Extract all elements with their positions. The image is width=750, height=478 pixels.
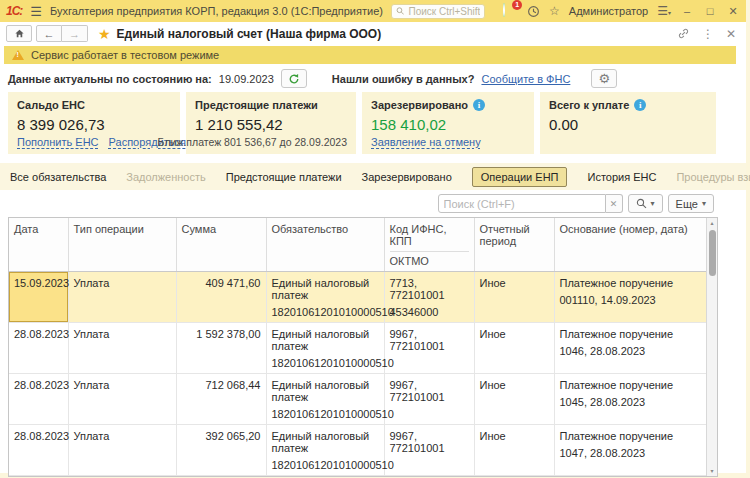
history-icon[interactable] (527, 5, 540, 18)
titlebar-icons: 1 ☆ Администратор ☰▾ – □ ✕ (503, 4, 740, 19)
operations-table: Дата Тип операции Сумма Обязательство Ко… (9, 218, 708, 476)
maximize-button[interactable]: □ (703, 5, 717, 17)
minimize-button[interactable]: – (680, 5, 694, 17)
clear-search-button[interactable]: ✕ (606, 194, 623, 213)
cell-obligation[interactable]: Единый налоговый платеж18201061201010000… (266, 374, 384, 425)
close-form-icon[interactable]: ✕ (726, 27, 736, 41)
card-title: Зарезервировано (371, 99, 468, 111)
cell-sum[interactable]: 392 065,20 (176, 425, 266, 476)
cell-period[interactable]: Иное (474, 323, 554, 374)
cell-date[interactable]: 15.09.2023 (9, 272, 68, 323)
1c-logo: 1С: (6, 4, 22, 18)
gear-icon: ⚙ (599, 71, 611, 86)
card-title: Сальдо ЕНС (17, 99, 85, 111)
cell-code[interactable]: 9967, 772101001 (384, 425, 474, 476)
info-icon[interactable]: i (473, 99, 485, 111)
global-search-box[interactable] (391, 4, 485, 19)
col-sum[interactable]: Сумма (176, 218, 266, 272)
operations-grid: Дата Тип операции Сумма Обязательство Ко… (8, 217, 718, 477)
cell-basis[interactable]: Платежное поручение1047, 28.08.2023 (554, 425, 707, 476)
tab-enp-operations[interactable]: Операции ЕНП (472, 167, 568, 187)
global-search-input[interactable] (408, 6, 480, 17)
report-fns-link[interactable]: Сообщите в ФНС (481, 73, 570, 85)
table-row[interactable]: 28.08.2023 Уплата 392 065,20 Единый нало… (9, 425, 707, 476)
tab-debt: Задолженность (126, 171, 206, 183)
cell-date[interactable]: 28.08.2023 (9, 425, 68, 476)
chevron-down-icon: ▾ (651, 199, 655, 208)
main-menu-icon[interactable]: ☰ (30, 4, 42, 19)
search-icon (636, 198, 647, 209)
cell-type[interactable]: Уплата (68, 374, 176, 425)
cell-basis[interactable]: Платежное поручение001110, 14.09.2023 (554, 272, 707, 323)
col-operation-type[interactable]: Тип операции (68, 218, 176, 272)
col-obligation[interactable]: Обязательство (266, 218, 384, 272)
cell-basis[interactable]: Платежное поручение1045, 28.08.2023 (554, 374, 707, 425)
back-button[interactable]: ← (36, 25, 62, 42)
more-menu-icon[interactable]: ⋮ (702, 27, 714, 41)
table-row[interactable]: 28.08.2023 Уплата 1 592 378,00 Единый на… (9, 323, 707, 374)
cell-code[interactable]: 7713, 77210100145346000 (384, 272, 474, 323)
col-basis[interactable]: Основание (номер, дата) (554, 218, 707, 272)
tab-all-obligations[interactable]: Все обязательства (10, 171, 106, 183)
cell-obligation[interactable]: Единый налоговый платеж18201061201010000… (266, 323, 384, 374)
actuality-row: Данные актуальны по состоянию на: 19.09.… (0, 65, 746, 92)
close-window-button[interactable]: ✕ (726, 5, 740, 18)
tab-ens-history[interactable]: История ЕНС (587, 171, 656, 183)
list-toolbar: ✕ ▾ Еще ▾ (0, 190, 746, 217)
history-nav-group: ← → (36, 25, 88, 42)
favorite-star-icon[interactable]: ★ (98, 26, 111, 42)
vscroll-thumb[interactable] (709, 230, 716, 276)
list-search-input[interactable] (444, 198, 600, 210)
top-up-ens-link[interactable]: Пополнить ЕНС (17, 136, 99, 148)
current-user[interactable]: Администратор (569, 5, 648, 17)
cell-sum[interactable]: 409 471,60 (176, 272, 266, 323)
cell-period[interactable]: Иное (474, 425, 554, 476)
home-icon (14, 28, 25, 39)
cancel-application-link[interactable]: Заявление на отмену (371, 136, 481, 148)
forward-button[interactable]: → (62, 25, 88, 42)
cell-code[interactable]: 9967, 772101001 (384, 374, 474, 425)
col-ifns-code[interactable]: Код ИФНС, КПП ОКТМО (384, 218, 474, 272)
warning-icon (12, 50, 24, 60)
cell-date[interactable]: 28.08.2023 (9, 323, 68, 374)
more-button[interactable]: Еще ▾ (668, 194, 714, 213)
settings-button[interactable]: ⚙ (591, 69, 617, 88)
cell-type[interactable]: Уплата (68, 425, 176, 476)
notifications-icon[interactable]: 1 (503, 4, 518, 19)
scroll-up-icon[interactable]: ▴ (710, 218, 713, 228)
cell-type[interactable]: Уплата (68, 272, 176, 323)
cell-code[interactable]: 9967, 772101001 (384, 323, 474, 374)
get-link-icon[interactable] (677, 27, 690, 40)
tab-reserved[interactable]: Зарезервировано (362, 171, 452, 183)
cell-sum[interactable]: 712 068,44 (176, 374, 266, 425)
scroll-down-icon[interactable]: ▾ (710, 466, 713, 476)
cell-obligation[interactable]: Единый налоговый платеж18201061201010000… (266, 272, 384, 323)
search-settings-button[interactable]: ▾ (628, 194, 663, 213)
favorites-icon[interactable]: ☆ (549, 5, 560, 17)
table-row[interactable]: 28.08.2023 Уплата 712 068,44 Единый нало… (9, 374, 707, 425)
service-menu-icon[interactable]: ☰▾ (657, 5, 671, 17)
actuality-date: 19.09.2023 (219, 73, 274, 85)
app-window: 1С: ☰ Бухгалтерия предприятия КОРП, реда… (0, 0, 750, 478)
cell-date[interactable]: 28.08.2023 (9, 374, 68, 425)
app-titlebar: 1С: ☰ Бухгалтерия предприятия КОРП, реда… (0, 0, 746, 22)
card-saldo-ens: Сальдо ЕНС 8 399 026,73 Пополнить ЕНС Ра… (8, 92, 180, 154)
list-search-box[interactable] (438, 194, 606, 213)
vertical-scrollbar[interactable]: ▴ ▾ (706, 218, 717, 476)
chevron-down-icon: ▾ (702, 199, 706, 208)
home-button[interactable] (6, 25, 32, 42)
col-date[interactable]: Дата (9, 218, 68, 272)
nearest-payment-note: Ближ.платеж 801 536,67 до 28.09.2023 (158, 136, 347, 148)
tab-upcoming-payments[interactable]: Предстоящие платежи (226, 171, 342, 183)
cell-sum[interactable]: 1 592 378,00 (176, 323, 266, 374)
cell-period[interactable]: Иное (474, 374, 554, 425)
info-icon[interactable]: i (634, 99, 646, 111)
cell-period[interactable]: Иное (474, 272, 554, 323)
cell-type[interactable]: Уплата (68, 323, 176, 374)
cell-basis[interactable]: Платежное поручение1046, 28.08.2023 (554, 323, 707, 374)
refresh-button[interactable] (281, 69, 307, 88)
table-row[interactable]: 15.09.2023 Уплата 409 471,60 Единый нало… (9, 272, 707, 323)
cell-obligation[interactable]: Единый налоговый платеж18201061201010000… (266, 425, 384, 476)
tab-collection-procedures: Процедуры взыскания (676, 171, 750, 183)
col-period[interactable]: Отчетный период (474, 218, 554, 272)
